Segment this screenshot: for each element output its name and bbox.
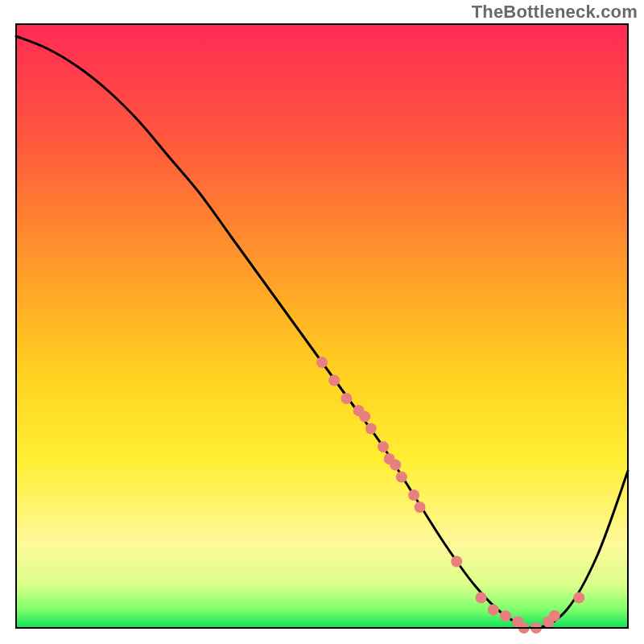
data-point xyxy=(573,592,584,604)
data-point xyxy=(500,610,511,621)
data-point xyxy=(390,460,401,471)
data-point xyxy=(488,605,499,616)
data-point xyxy=(341,393,352,404)
data-point xyxy=(316,357,328,368)
chart-container: TheBottleneck.com xyxy=(0,0,644,644)
data-point xyxy=(359,411,370,423)
data-point xyxy=(451,556,462,568)
data-point xyxy=(549,610,560,621)
gradient-background xyxy=(16,24,628,628)
data-point xyxy=(328,375,340,386)
data-point xyxy=(378,441,389,452)
watermark-text: TheBottleneck.com xyxy=(472,2,638,23)
data-point xyxy=(365,423,377,435)
data-point xyxy=(396,472,407,483)
data-point xyxy=(408,489,419,501)
bottleneck-chart xyxy=(0,0,644,644)
data-point xyxy=(476,592,487,604)
data-point xyxy=(415,502,426,513)
